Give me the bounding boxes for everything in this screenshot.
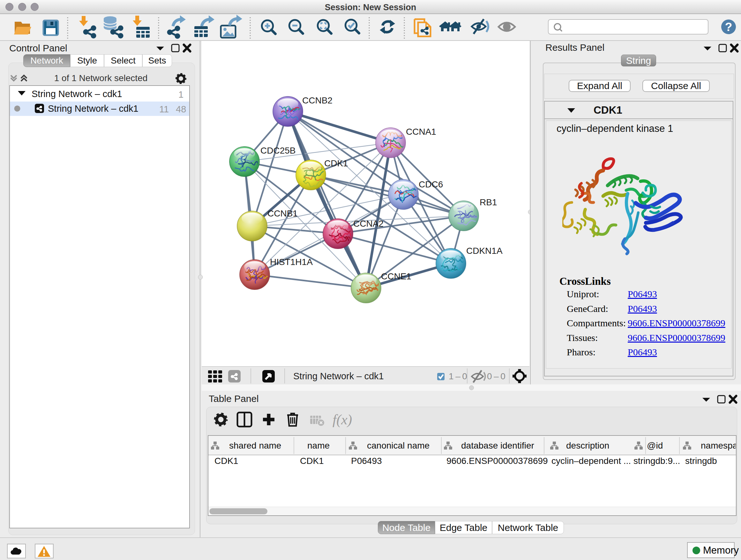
svg-text:CCNA1: CCNA1 [406,127,436,137]
svg-text:f(x): f(x) [333,412,352,428]
svg-text:database identifier: database identifier [461,441,534,450]
svg-text:?: ? [725,20,732,34]
svg-text:CCNB2: CCNB2 [302,96,333,105]
svg-text:description: description [566,441,609,450]
svg-text:CCNE1: CCNE1 [381,271,411,281]
svg-text:CDC6: CDC6 [419,179,443,189]
svg-text:canonical name: canonical name [367,441,429,450]
svg-text:name: name [307,441,330,450]
svg-text:String Network – cdk1: String Network – cdk1 [293,371,384,381]
svg-text:HIST1H1A: HIST1H1A [270,257,313,267]
svg-text:@id: @id [647,441,663,450]
svg-text:0 – 0: 0 – 0 [487,371,506,381]
svg-text:shared name: shared name [229,441,281,450]
svg-text:CCNB1: CCNB1 [267,208,298,219]
svg-text:CCNA2: CCNA2 [353,219,384,229]
svg-text:CDK1: CDK1 [324,159,348,168]
svg-text:CDC25B: CDC25B [260,145,295,155]
svg-text:1 – 0: 1 – 0 [449,371,467,381]
svg-text:RB1: RB1 [480,197,497,207]
svg-text:CDKN1A: CDKN1A [466,246,502,256]
svg-text:namespace: namespace [701,441,736,450]
